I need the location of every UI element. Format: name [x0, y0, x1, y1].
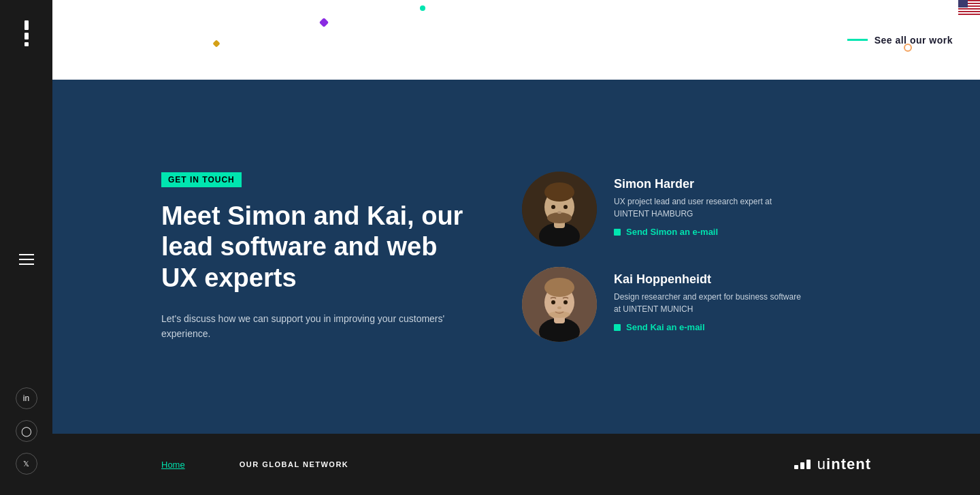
svg-point-15 [557, 211, 561, 214]
footer-logo-bar-mid [800, 462, 804, 469]
person-info-simon: Simon Harder UX project lead and user re… [614, 172, 808, 237]
left-content: GET IN TOUCH Meet Simon and Kai, our lea… [161, 172, 468, 342]
person-card-kai: Kai Hoppenheidt Design researcher and ex… [522, 267, 808, 342]
person-desc-kai: Design researcher and expert for busines… [614, 291, 808, 315]
footer-logo-text: uintent [817, 456, 871, 473]
footer-global-network: OUR GLOBAL NETWORK [240, 460, 349, 468]
email-dot-kai [614, 324, 621, 331]
person-info-kai: Kai Hoppenheidt Design researcher and ex… [614, 267, 808, 332]
svg-point-11 [544, 182, 574, 202]
sidebar: in ◯ 𝕏 [0, 0, 52, 495]
avatar-simon [522, 172, 597, 246]
see-all-line [847, 39, 868, 41]
logo [24, 20, 29, 46]
menu-line-1 [19, 254, 34, 255]
main-content: See all our work GET IN TOUCH Meet Simon… [52, 0, 980, 495]
svg-point-23 [564, 300, 568, 304]
dot-yellow [212, 39, 220, 47]
language-flag[interactable] [958, 0, 980, 15]
svg-rect-6 [958, 0, 968, 7]
footer-logo-text-bold: intent [826, 456, 871, 473]
dot-purple [319, 18, 329, 27]
linkedin-icon[interactable]: in [16, 387, 37, 409]
svg-point-21 [549, 311, 570, 318]
svg-rect-4 [958, 10, 980, 11]
menu-line-2 [19, 259, 34, 260]
person-card-simon: Simon Harder UX project lead and user re… [522, 172, 808, 246]
logo-bars [24, 20, 29, 46]
see-all-work-label: See all our work [875, 35, 953, 46]
person-name-kai: Kai Hoppenheidt [614, 272, 808, 287]
simon-email-link[interactable]: Send Simon an e-mail [614, 227, 808, 237]
simon-email-label: Send Simon an e-mail [626, 227, 718, 237]
hamburger-menu-button[interactable] [19, 254, 34, 265]
person-name-simon: Simon Harder [614, 177, 808, 191]
footer-logo-bars [794, 460, 811, 469]
logo-bar-1 [24, 20, 29, 30]
social-links: in ◯ 𝕏 [16, 387, 37, 475]
dot-green [420, 5, 425, 11]
logo-bar-3 [24, 42, 29, 46]
kai-email-label: Send Kai an e-mail [626, 322, 705, 332]
sub-text: Let's discuss how we can support you in … [161, 311, 468, 342]
svg-rect-5 [958, 12, 980, 14]
persons-list: Simon Harder UX project lead and user re… [522, 172, 808, 342]
footer-logo-bar-short [794, 465, 798, 469]
svg-point-24 [557, 306, 561, 309]
footer: Home OUR GLOBAL NETWORK uintent [52, 434, 980, 495]
kai-email-link[interactable]: Send Kai an e-mail [614, 322, 808, 332]
footer-nav: Home [161, 460, 185, 470]
twitter-icon[interactable]: 𝕏 [16, 453, 37, 475]
menu-line-3 [19, 264, 34, 265]
get-in-touch-badge: GET IN TOUCH [161, 172, 242, 187]
see-all-work-link[interactable]: See all our work [847, 35, 953, 46]
avatar-kai [522, 267, 597, 342]
svg-point-20 [544, 278, 574, 297]
person-desc-simon: UX project lead and user research expert… [614, 195, 808, 220]
footer-logo-text-light: u [817, 456, 826, 473]
decorative-dots [52, 0, 980, 80]
logo-bar-2 [24, 33, 29, 39]
svg-point-14 [564, 205, 568, 209]
footer-link-home[interactable]: Home [161, 460, 185, 470]
footer-logo: uintent [794, 456, 871, 473]
svg-point-13 [551, 205, 555, 209]
email-dot-simon [614, 229, 621, 236]
contact-section: GET IN TOUCH Meet Simon and Kai, our lea… [52, 80, 980, 434]
instagram-icon[interactable]: ◯ [16, 420, 37, 442]
svg-point-22 [551, 300, 555, 304]
top-section: See all our work [52, 0, 980, 80]
main-heading: Meet Simon and Kai, our lead software an… [161, 201, 468, 294]
svg-point-12 [547, 212, 572, 223]
footer-logo-bar-tall [806, 460, 811, 469]
